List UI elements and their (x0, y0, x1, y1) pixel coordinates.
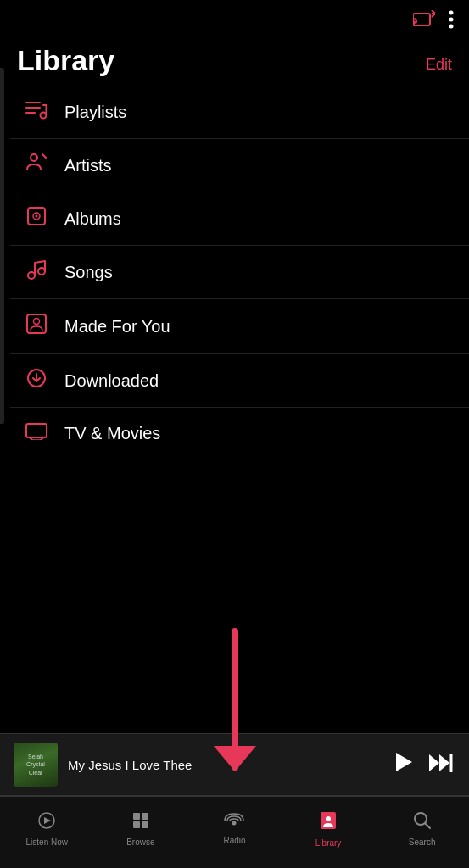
player-controls (394, 752, 455, 777)
svg-line-41 (425, 824, 430, 829)
svg-point-5 (449, 18, 454, 22)
edit-button[interactable]: Edit (426, 56, 452, 77)
svg-point-13 (31, 154, 37, 161)
menu-item-albums[interactable]: Albums (10, 192, 469, 246)
svg-marker-27 (396, 753, 412, 771)
svg-rect-35 (133, 821, 140, 828)
tv-movies-label: TV & Movies (64, 424, 160, 443)
cast-icon[interactable] (413, 10, 435, 34)
svg-marker-28 (429, 754, 439, 771)
menu-item-downloaded[interactable]: Downloaded (10, 354, 469, 408)
songs-label: Songs (64, 263, 113, 282)
albums-label: Albums (64, 209, 121, 229)
skip-forward-button[interactable] (428, 754, 455, 776)
artists-label: Artists (64, 156, 112, 175)
tv-movies-icon (20, 421, 53, 445)
albums-icon (20, 206, 53, 231)
made-for-you-icon (20, 313, 53, 340)
svg-rect-36 (142, 821, 148, 828)
svg-marker-32 (44, 817, 51, 824)
svg-point-37 (232, 821, 237, 826)
left-accent-bar (0, 68, 4, 424)
menu-item-songs[interactable]: Songs (10, 246, 469, 299)
library-title-row: Library Edit (0, 39, 469, 86)
svg-rect-34 (142, 813, 148, 820)
header (0, 0, 469, 39)
radio-label: Radio (223, 836, 245, 845)
svg-point-6 (449, 25, 454, 29)
svg-marker-29 (439, 754, 449, 771)
svg-point-17 (36, 215, 38, 218)
made-for-you-label: Made For You (64, 317, 170, 337)
play-button[interactable] (394, 752, 413, 777)
playlists-icon (20, 99, 53, 125)
page-title: Library (17, 44, 114, 77)
artists-icon (20, 153, 53, 178)
listen-now-label: Listen Now (26, 837, 68, 847)
menu-item-made-for-you[interactable]: Made For You (10, 299, 469, 354)
library-label: Library (315, 838, 342, 848)
album-art: SelahCrystalClear (14, 743, 58, 787)
menu-item-tv-movies[interactable]: TV & Movies (10, 408, 469, 459)
tab-browse[interactable]: Browse (94, 811, 188, 847)
svg-point-19 (38, 268, 45, 275)
downloaded-icon (20, 368, 53, 393)
menu-item-artists[interactable]: Artists (10, 139, 469, 192)
search-icon (413, 811, 432, 834)
tab-search[interactable]: Search (375, 811, 469, 847)
listen-now-icon (37, 811, 56, 834)
menu-item-playlists[interactable]: Playlists (10, 86, 469, 139)
svg-point-21 (34, 319, 40, 325)
library-icon (319, 810, 338, 835)
svg-point-10 (41, 113, 47, 119)
library-menu: Playlists Artists Albums (0, 86, 469, 459)
svg-line-14 (42, 154, 46, 158)
downloaded-label: Downloaded (64, 371, 159, 391)
more-options-icon[interactable] (449, 10, 454, 34)
search-label: Search (409, 837, 436, 847)
browse-icon (131, 811, 150, 834)
svg-point-18 (28, 272, 35, 279)
song-title: My Jesus I Love Thee (68, 758, 394, 772)
tab-library[interactable]: Library (282, 810, 376, 848)
svg-point-4 (449, 11, 454, 15)
svg-rect-23 (26, 424, 47, 437)
tab-bar: Listen Now Browse Radio (0, 796, 469, 868)
tab-listen-now[interactable]: Listen Now (0, 811, 94, 847)
songs-icon (20, 259, 53, 285)
svg-point-39 (326, 816, 331, 821)
svg-rect-33 (133, 813, 140, 820)
playlists-label: Playlists (64, 103, 126, 122)
tab-radio[interactable]: Radio (187, 813, 282, 845)
browse-label: Browse (126, 837, 154, 847)
mini-player[interactable]: SelahCrystalClear My Jesus I Love Thee (0, 733, 469, 796)
radio-icon (224, 813, 244, 832)
